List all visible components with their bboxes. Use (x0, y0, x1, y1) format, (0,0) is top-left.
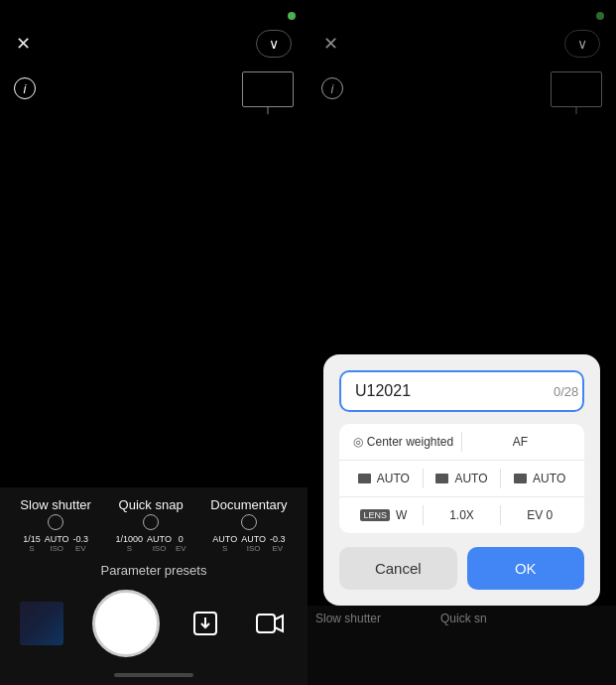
dialog-input-wrap[interactable]: 0/28 (339, 370, 584, 412)
preset-name-doc: Documentary (210, 497, 287, 512)
metering-icon: ◎ (353, 435, 363, 449)
dropdown-button-left[interactable] (256, 30, 292, 58)
video-button[interactable] (252, 606, 288, 641)
preset-icon-slow (48, 514, 63, 530)
cell-auto-1: AUTO (345, 472, 423, 485)
preset-quick-snap[interactable]: Quick snap 1/1000S AUTOISO 0EV (116, 497, 186, 553)
char-count: 0/28 (554, 384, 578, 399)
info-rows: ◎ Center weighted AF AUTO (339, 424, 584, 533)
preset-icon-doc (241, 514, 257, 530)
metering-label: Center weighted (367, 435, 453, 449)
action-row (0, 582, 308, 673)
green-indicator-left (288, 12, 296, 20)
zoom-label: 1.0X (449, 508, 474, 522)
slow-val-iso: AUTO (45, 534, 69, 544)
wrench-icon-left[interactable]: ✕ (16, 33, 31, 55)
cell-ev: EV 0 (501, 508, 578, 522)
info-row-auto: AUTO AUTO AUTO (339, 461, 584, 497)
auto-icon-3 (514, 474, 527, 483)
preset-slow-shutter[interactable]: Slow shutter 1/15S AUTOISO -0.3EV (20, 497, 91, 553)
ok-button[interactable]: OK (467, 547, 585, 590)
cell-lens-w: LENS W (345, 508, 423, 522)
cell-auto-2: AUTO (424, 472, 501, 485)
svg-rect-2 (257, 615, 275, 632)
cell-af: AF (462, 435, 578, 449)
auto-icon-1 (358, 474, 371, 483)
info-row-metering: ◎ Center weighted AF (339, 424, 584, 461)
preset-name-input[interactable] (355, 382, 554, 400)
thumbnail-image (20, 602, 63, 645)
auto-label-1: AUTO (377, 472, 410, 485)
preset-name-quick: Quick snap (119, 497, 184, 512)
dialog-actions: Cancel OK (339, 547, 584, 590)
presets-row: Slow shutter 1/15S AUTOISO -0.3EV Quick … (0, 487, 308, 557)
param-presets-label: Parameter presets (0, 557, 308, 582)
cell-auto-3: AUTO (501, 472, 578, 485)
cell-center-weighted: ◎ Center weighted (345, 435, 461, 449)
lens-label: W (396, 508, 407, 522)
shutter-button[interactable] (92, 590, 160, 657)
right-camera-panel: ✕ i Slow shutter Quick sn 0/28 ◎ Center … (308, 0, 616, 685)
dialog-overlay: 0/28 ◎ Center weighted AF (308, 0, 616, 685)
auto-label-3: AUTO (533, 472, 565, 485)
bottom-controls-left: Slow shutter 1/15S AUTOISO -0.3EV Quick … (0, 487, 308, 685)
cancel-button[interactable]: Cancel (339, 547, 457, 590)
corner-rect-left (242, 71, 294, 107)
thumbnail[interactable] (20, 602, 63, 645)
auto-icon-2 (435, 474, 448, 483)
slow-val-s: 1/15 (23, 534, 41, 544)
left-camera-panel: ✕ i Slow shutter 1/15S AUTOISO -0.3EV Qu… (0, 0, 308, 685)
top-bar-left: ✕ (0, 30, 308, 58)
cell-zoom: 1.0X (424, 508, 501, 522)
ev-label: EV 0 (527, 508, 553, 522)
info-icon-left[interactable]: i (14, 77, 36, 99)
preset-params-quick: 1/1000S AUTOISO 0EV (116, 534, 186, 553)
dialog-box: 0/28 ◎ Center weighted AF (323, 354, 600, 606)
preset-documentary[interactable]: Documentary AUTOS AUTOISO -0.3EV (210, 497, 287, 553)
slow-val-ev: -0.3 (73, 534, 89, 544)
preset-params-slow: 1/15S AUTOISO -0.3EV (23, 534, 88, 553)
af-label: AF (513, 435, 528, 449)
import-button[interactable] (187, 606, 223, 641)
auto-label-2: AUTO (454, 472, 487, 485)
lens-badge: LENS (360, 509, 390, 521)
preset-params-doc: AUTOS AUTOISO -0.3EV (212, 534, 285, 553)
preset-name-slow: Slow shutter (20, 497, 91, 512)
swipe-bar-left (114, 673, 193, 677)
info-row-lens: LENS W 1.0X EV 0 (339, 497, 584, 533)
preset-icon-quick (143, 514, 159, 530)
